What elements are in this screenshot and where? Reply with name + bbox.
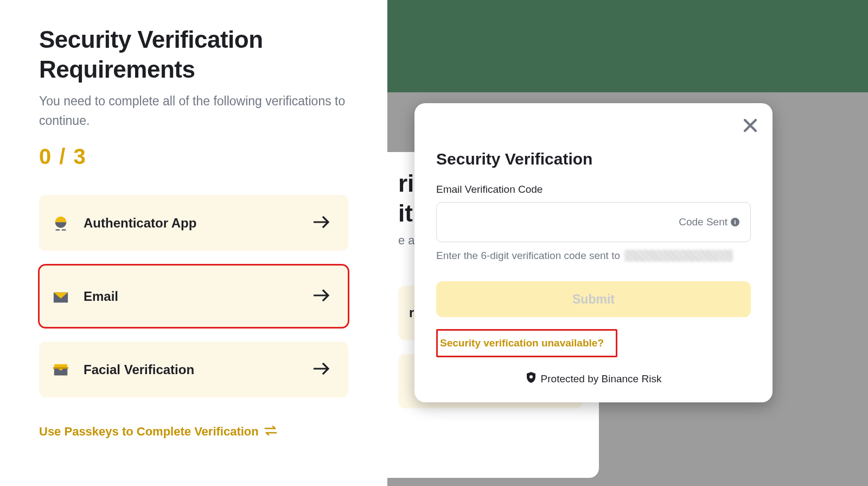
email-icon xyxy=(52,288,69,305)
svg-rect-7 xyxy=(53,367,68,369)
verification-item-label: Facial Verification xyxy=(84,362,314,377)
passkeys-link[interactable]: Use Passkeys to Complete Verification xyxy=(39,425,277,439)
page-subtitle: You need to complete all of the followin… xyxy=(39,92,348,130)
passkeys-link-label: Use Passkeys to Complete Verification xyxy=(39,425,259,439)
security-verification-modal: Security Verification Email Verification… xyxy=(414,103,773,402)
shield-icon xyxy=(526,371,537,386)
arrow-right-icon xyxy=(314,363,330,377)
page-title: Security Verification Requirements xyxy=(39,24,348,84)
code-sent-status: Code Sent i xyxy=(679,216,739,228)
email-code-input-wrap[interactable]: Code Sent i xyxy=(436,202,751,242)
progress-counter: 0 / 3 xyxy=(39,144,348,169)
submit-button[interactable]: Submit xyxy=(436,281,751,317)
svg-point-8 xyxy=(529,375,533,378)
modal-title: Security Verification xyxy=(436,150,751,168)
verification-unavailable-link[interactable]: Security verification unavailable? xyxy=(436,329,617,357)
email-code-input[interactable] xyxy=(448,203,679,242)
swap-icon xyxy=(264,425,277,439)
redacted-email xyxy=(624,250,733,262)
arrow-right-icon xyxy=(314,216,330,230)
svg-rect-2 xyxy=(62,229,66,230)
verification-item-label: Email xyxy=(84,289,314,304)
close-icon[interactable] xyxy=(742,117,758,134)
verification-item-email[interactable]: Email xyxy=(39,265,348,327)
authenticator-icon xyxy=(52,214,69,232)
verification-list: Authenticator App Email xyxy=(39,195,348,397)
verification-item-facial[interactable]: Facial Verification xyxy=(39,342,348,397)
right-panel: rifit e al r A Security Verification Ema… xyxy=(387,0,868,486)
verification-item-authenticator[interactable]: Authenticator App xyxy=(39,195,348,251)
info-icon[interactable]: i xyxy=(731,218,739,226)
protected-by-label: Protected by Binance Risk xyxy=(436,371,751,386)
verification-requirements-panel: Security Verification Requirements You n… xyxy=(0,0,387,486)
facial-verification-icon xyxy=(52,361,69,378)
email-code-label: Email Verification Code xyxy=(436,184,751,195)
arrow-right-icon xyxy=(314,289,330,304)
svg-rect-1 xyxy=(56,229,60,230)
verification-item-label: Authenticator App xyxy=(84,216,314,231)
email-code-hint: Enter the 6-digit verification code sent… xyxy=(436,250,751,262)
